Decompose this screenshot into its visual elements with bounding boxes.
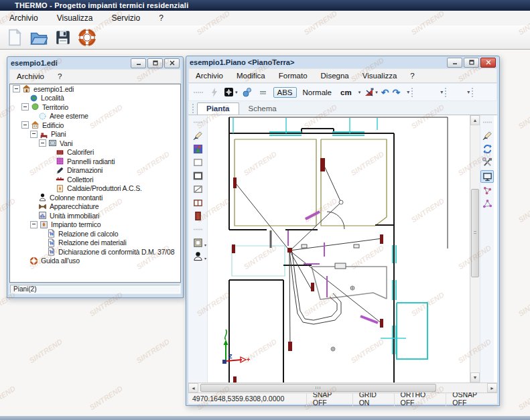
tree-expander-minus[interactable] — [13, 85, 20, 92]
menu-item-formato[interactable]: Formato — [272, 70, 314, 81]
menu-item-archivio[interactable]: Archivio — [10, 71, 51, 82]
menu-item-archivio[interactable]: Archivio — [189, 70, 230, 81]
vertical-scroll-thumb[interactable] — [471, 189, 479, 277]
abs-button[interactable]: ABS — [273, 87, 297, 98]
layer-colors-icon[interactable] — [192, 143, 204, 155]
osnap-points-icon[interactable] — [241, 86, 254, 98]
open-folder-icon[interactable] — [29, 28, 48, 47]
menu-item-servizio[interactable]: Servizio — [103, 11, 150, 25]
scroll-up-arrow[interactable]: ▲ — [470, 115, 480, 125]
close-button[interactable] — [480, 58, 496, 68]
tree-item-vani[interactable]: Vani — [10, 139, 180, 148]
unit-select[interactable]: cm — [338, 88, 354, 96]
close-button[interactable] — [164, 58, 180, 68]
protractor-icon[interactable]: ▾ — [364, 86, 378, 98]
drawing-canvas[interactable]: +Z — [208, 115, 470, 382]
grid-toggle[interactable]: GRID ON — [352, 391, 394, 407]
plan-window-titlebar[interactable]: esempio1.Piano <PianoTerra> — [188, 56, 497, 68]
undo-button[interactable]: ↶ — [381, 88, 389, 97]
grip — [192, 117, 204, 128]
tree-expander-minus[interactable] — [30, 131, 38, 138]
slab-icon[interactable] — [192, 184, 204, 195]
frame-tool-icon[interactable]: ▾ — [192, 237, 204, 249]
flash-icon[interactable] — [208, 86, 220, 98]
territory-icon — [31, 102, 40, 111]
tree-item-aree-esterne[interactable]: Aree esterne — [10, 112, 180, 121]
dash-icon[interactable] — [257, 86, 270, 98]
boiler-icon — [56, 184, 64, 193]
maximize-button[interactable] — [464, 58, 479, 68]
scroll-left-arrow[interactable]: ◄ — [188, 383, 198, 393]
toolbar-overflow-button[interactable]: ▾ — [467, 88, 476, 97]
tree-window-titlebar[interactable]: esempio1.edi — [9, 57, 181, 69]
wall-outline-icon[interactable] — [192, 170, 204, 182]
tree-item-edificio[interactable]: Edificio — [10, 121, 180, 130]
tree-item-esempio1-edi[interactable]: esempio1.edi — [10, 84, 180, 94]
tree-item-apparecchiature[interactable]: Apparecchiature — [10, 202, 180, 212]
tree-item-caloriferi[interactable]: Caloriferi — [10, 148, 180, 157]
menu-item-help[interactable]: ? — [403, 70, 421, 81]
vertical-scrollbar[interactable]: ▲ ▼ — [470, 115, 480, 382]
menu-item-archivio[interactable]: Archivio — [0, 11, 48, 25]
line-style-select[interactable]: Normale — [300, 88, 334, 96]
redo-button[interactable]: ↷ — [392, 88, 400, 97]
toolbar-overflow-button[interactable]: ▾ — [440, 88, 450, 97]
snap-grid-icon[interactable]: ▾ — [224, 86, 238, 98]
tree-item-unit-immobiliari[interactable]: Unità immobiliari — [10, 211, 180, 220]
tab-schema[interactable]: Schema — [239, 102, 286, 115]
monitor-icon[interactable] — [480, 170, 494, 183]
person-tool-icon[interactable]: ▾ — [192, 251, 204, 262]
room-outline-icon[interactable] — [192, 157, 204, 168]
menu-item-visualizza[interactable]: Visualizza — [356, 70, 404, 81]
tree-item-relazione-dei-materiali[interactable]: WRelazione dei materiali — [10, 238, 180, 248]
minimize-button[interactable] — [447, 58, 462, 68]
menu-item-disegna[interactable]: Disegna — [314, 70, 356, 81]
chevron-down-icon[interactable]: ▾ — [358, 90, 361, 95]
minimize-button[interactable] — [131, 58, 146, 68]
help-lifebuoy-icon[interactable] — [78, 28, 96, 47]
tools-icon[interactable] — [481, 157, 493, 168]
new-document-icon[interactable] — [5, 28, 24, 47]
tree-item-localit[interactable]: Località — [10, 94, 180, 103]
tree-expander-minus[interactable] — [30, 221, 38, 228]
refresh-icon[interactable] — [481, 143, 493, 155]
tree-expander-minus[interactable] — [39, 139, 46, 147]
menu-item-help[interactable]: ? — [51, 71, 68, 82]
draw-check-icon[interactable] — [192, 130, 204, 141]
tree-item-piani[interactable]: Piani — [10, 130, 180, 139]
main-titlebar[interactable]: THERMO - Progetto impianti termici resid… — [0, 0, 530, 11]
toolbar-overflow-button[interactable]: ▾ — [407, 88, 416, 97]
tab-pianta[interactable]: Pianta — [197, 102, 239, 115]
menu-item-modifica[interactable]: Modifica — [230, 70, 272, 81]
save-icon[interactable] — [54, 28, 72, 47]
menu-item-help[interactable]: ? — [149, 11, 173, 25]
chevron-down-icon: ▾ — [375, 90, 378, 95]
tree-item-guida-all-uso[interactable]: Guida all'uso — [10, 257, 180, 266]
tree-item-pannelli-radianti[interactable]: Pannelli radianti — [10, 157, 180, 166]
menu-item-visualizza[interactable]: Visualizza — [48, 11, 103, 25]
snap-toggle[interactable]: SNAP OFF — [306, 391, 352, 407]
tree-item-territorio[interactable]: Territorio — [10, 102, 180, 112]
tree-item-dichiarazione-di-conformit-d-m-37-08[interactable]: WDichiarazione di conformità D.M. 37/08 — [10, 247, 180, 257]
door-icon[interactable] — [192, 210, 204, 222]
tree-item-impianto-termico[interactable]: Impianto termico — [10, 220, 180, 230]
ortho-toggle[interactable]: ORTHO OFF — [394, 391, 446, 407]
tree-item-relazione-di-calcolo[interactable]: WRelazione di calcolo — [10, 229, 180, 238]
osnap-toggle[interactable]: OSNAP OFF — [446, 391, 497, 407]
scroll-down-arrow[interactable]: ▼ — [470, 372, 480, 382]
tree-expander-minus[interactable] — [21, 121, 29, 129]
tree-expander-minus[interactable] — [21, 103, 29, 111]
tree-item-diramazioni[interactable]: Diramazioni — [10, 166, 180, 176]
horizontal-scrollbar[interactable]: ◄ ► — [188, 382, 497, 393]
maximize-button[interactable] — [147, 58, 163, 68]
network-nodes-icon[interactable] — [481, 185, 493, 196]
scroll-right-arrow[interactable]: ► — [487, 383, 497, 393]
horizontal-scroll-thumb[interactable] — [200, 384, 436, 392]
tree-item-collettori[interactable]: Collettori — [10, 175, 180, 184]
tree-item-colonne-montanti[interactable]: Colonne montanti — [10, 193, 180, 202]
window-icon[interactable] — [192, 197, 204, 208]
main-window-title: THERMO - Progetto impianti termici resid… — [15, 1, 188, 9]
draw-check-icon[interactable] — [481, 130, 493, 141]
tree-item-caldaie-produttori-a-c-s[interactable]: Caldaie/Produttori A.C.S. — [10, 184, 180, 194]
network-nodes-alt-icon[interactable] — [481, 198, 493, 210]
